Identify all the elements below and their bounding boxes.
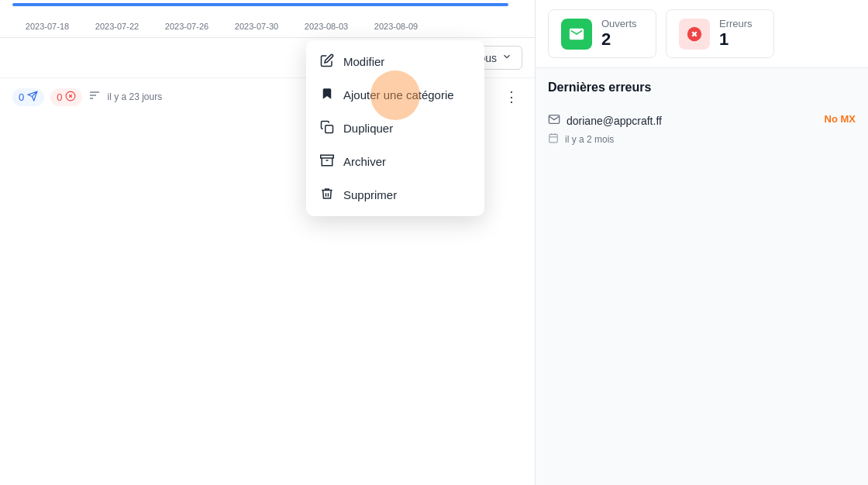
- errors-icon-bg: [679, 19, 710, 50]
- calendar-icon: [548, 132, 559, 146]
- more-button[interactable]: ⋮: [501, 86, 522, 108]
- dropdown-item-supprimer[interactable]: Supprimer: [306, 178, 484, 212]
- timeline-label-1: 2023-07-22: [82, 22, 152, 31]
- timeline-label-0: 2023-07-18: [12, 22, 82, 31]
- error-item: doriane@appcraft.ff il y a 2 mois: [548, 105, 856, 153]
- timeline-axis: 2023-07-18 2023-07-22 2023-07-26 2023-07…: [0, 12, 535, 38]
- open-card-info: Ouverts 2: [601, 18, 637, 50]
- error-item-left: doriane@appcraft.ff il y a 2 mois: [548, 113, 662, 146]
- dropdown-item-dupliquer[interactable]: Dupliquer: [306, 112, 484, 145]
- errors-label: Erreurs: [719, 18, 753, 29]
- svg-rect-7: [321, 155, 334, 158]
- error-icon: [65, 91, 76, 104]
- errors-section: Dernières erreurs doriane@appcraft.ff: [536, 68, 868, 166]
- error-stat-badge: 0: [50, 88, 82, 106]
- mail-icon: [548, 113, 560, 128]
- archive-icon: [320, 153, 334, 170]
- error-date-row: il y a 2 mois: [548, 132, 662, 146]
- send-icon: [27, 91, 38, 104]
- timeline-label-4: 2023-08-03: [291, 22, 361, 31]
- errors-title: Dernières erreurs: [548, 81, 856, 95]
- timeline-labels: 2023-07-18 2023-07-22 2023-07-26 2023-07…: [12, 22, 431, 31]
- copy-icon: [320, 120, 334, 136]
- open-count: 0: [19, 91, 24, 103]
- edit-icon: [320, 53, 334, 70]
- modifier-label: Modifier: [343, 55, 384, 68]
- dropdown-item-archiver[interactable]: Archiver: [306, 145, 484, 178]
- timeline-label-3: 2023-07-30: [222, 22, 291, 31]
- no-mx-badge: No MX: [825, 113, 856, 125]
- archiver-label: Archiver: [343, 155, 386, 168]
- open-value: 2: [601, 29, 637, 50]
- stats-row: Ouverts 2 Erreurs 1: [536, 0, 868, 68]
- right-panel: Ouverts 2 Erreurs 1: [535, 0, 868, 485]
- dropdown-menu: Modifier Ajouter une catégorie: [306, 40, 484, 216]
- open-stat-badge: 0: [12, 88, 44, 106]
- bookmark-add-icon: [320, 87, 334, 103]
- errors-card-info: Erreurs 1: [719, 18, 753, 50]
- open-icon-bg: [561, 19, 592, 50]
- timeline-bar: [12, 3, 508, 6]
- errors-value: 1: [719, 29, 753, 50]
- stat-card-open: Ouverts 2: [548, 9, 656, 58]
- timeline-label-2: 2023-07-26: [152, 22, 222, 31]
- dupliquer-label: Dupliquer: [343, 122, 393, 135]
- error-email-row: doriane@appcraft.ff: [548, 113, 662, 128]
- dropdown-item-add-category[interactable]: Ajouter une catégorie: [306, 78, 484, 112]
- timeline-bar-container: [0, 0, 535, 9]
- trash-icon: [320, 187, 334, 203]
- error-date: il y a 2 mois: [565, 134, 614, 145]
- svg-rect-12: [549, 134, 558, 143]
- svg-rect-6: [326, 126, 333, 133]
- open-label: Ouverts: [601, 18, 637, 29]
- supprimer-label: Supprimer: [343, 188, 397, 201]
- dropdown-item-modifier[interactable]: Modifier: [306, 45, 484, 78]
- error-email: doriane@appcraft.ff: [567, 115, 662, 127]
- chevron-down-icon: [501, 51, 512, 64]
- sort-icon: [88, 89, 101, 105]
- left-panel: 2023-07-18 2023-07-22 2023-07-26 2023-07…: [0, 0, 535, 485]
- add-category-label: Ajouter une catégorie: [343, 88, 454, 101]
- timeline-label-5: 2023-08-09: [361, 22, 431, 31]
- stat-card-errors: Erreurs 1: [666, 9, 774, 58]
- error-count: 0: [57, 91, 62, 103]
- time-ago: il y a 23 jours: [107, 91, 162, 102]
